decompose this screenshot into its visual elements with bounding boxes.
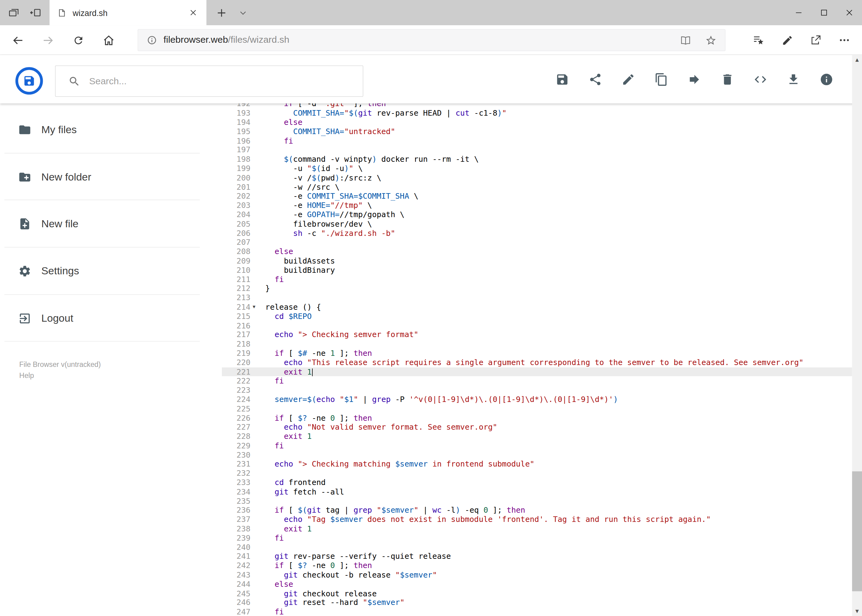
new-tab-button[interactable] bbox=[211, 2, 232, 23]
save-button[interactable] bbox=[546, 67, 578, 91]
code-line[interactable]: 235 bbox=[222, 497, 852, 506]
code-line[interactable]: 197 bbox=[222, 146, 852, 155]
code-line[interactable]: 206 sh -c "./wizard.sh -b" bbox=[222, 228, 852, 238]
minimize-button[interactable] bbox=[786, 0, 811, 25]
sidebar-item-settings[interactable]: Settings bbox=[0, 248, 222, 295]
tab-preview-chevron-button[interactable] bbox=[233, 2, 252, 23]
forward-button[interactable] bbox=[36, 28, 60, 52]
code-line[interactable]: 192 if [ -d ".git" ]; then bbox=[222, 103, 852, 108]
sidebar-item-new-folder[interactable]: New folder bbox=[0, 153, 222, 200]
move-button[interactable] bbox=[678, 67, 711, 91]
code-line[interactable]: 237 echo "Tag $semver does not exist in … bbox=[222, 515, 852, 524]
url-text[interactable]: filebrowser.web/files/wizard.sh bbox=[164, 35, 289, 46]
code-line[interactable]: 217 echo "> Checking semver format" bbox=[222, 330, 852, 339]
tabs-preview-button[interactable] bbox=[3, 2, 24, 23]
code-line[interactable]: 205 filebrowser/dev \ bbox=[222, 219, 852, 228]
code-line[interactable]: 203 -e HOME="//tmp" \ bbox=[222, 201, 852, 210]
copy-button[interactable] bbox=[645, 67, 678, 91]
code-line[interactable]: 236 if [ $(git tag | grep "$semver" | wc… bbox=[222, 506, 852, 515]
code-line[interactable]: 229 fi bbox=[222, 441, 852, 450]
scrollbar-thumb[interactable] bbox=[852, 471, 862, 591]
close-window-button[interactable] bbox=[837, 0, 862, 25]
code-line[interactable]: 218 bbox=[222, 339, 852, 349]
share-page-button[interactable] bbox=[801, 28, 830, 52]
code-editor[interactable]: 192 if [ -d ".git" ]; then193 COMMIT_SHA… bbox=[222, 103, 852, 616]
back-button[interactable] bbox=[6, 28, 30, 52]
page-info-button[interactable] bbox=[144, 32, 160, 49]
code-line[interactable]: 216 bbox=[222, 321, 852, 330]
code-line[interactable]: 194 else bbox=[222, 118, 852, 127]
code-line[interactable]: 234 git fetch --all bbox=[222, 487, 852, 497]
edit-button[interactable] bbox=[611, 67, 645, 91]
search-input[interactable] bbox=[89, 75, 363, 87]
reading-view-button[interactable] bbox=[678, 32, 693, 49]
code-line[interactable]: 195 COMMIT_SHA="untracked" bbox=[222, 127, 852, 136]
code-line[interactable]: 196 fi bbox=[222, 136, 852, 146]
code-line[interactable]: 199 -u "$(id -u)" \ bbox=[222, 164, 852, 173]
code-line[interactable]: 214▾release () { bbox=[222, 303, 852, 312]
code-line[interactable]: 243 git checkout -b release "$semver" bbox=[222, 570, 852, 580]
code-line[interactable]: 223 bbox=[222, 386, 852, 395]
code-line[interactable]: 219 if [ $# -ne 1 ]; then bbox=[222, 349, 852, 358]
code-line[interactable]: 208 else bbox=[222, 247, 852, 256]
code-line[interactable]: 230 bbox=[222, 450, 852, 459]
browser-tab-active[interactable]: wizard.sh bbox=[50, 0, 206, 25]
refresh-button[interactable] bbox=[66, 28, 90, 52]
code-line[interactable]: 242 if [ $? -ne 0 ]; then bbox=[222, 561, 852, 570]
code-line[interactable]: 239 fi bbox=[222, 533, 852, 542]
filebrowser-logo[interactable] bbox=[15, 66, 43, 95]
code-line[interactable]: 240 bbox=[222, 543, 852, 552]
code-line[interactable]: 245 git checkout release bbox=[222, 589, 852, 598]
scroll-down-arrow[interactable]: ▼ bbox=[852, 607, 862, 616]
home-button[interactable] bbox=[96, 28, 121, 52]
fold-marker-icon[interactable]: ▾ bbox=[253, 303, 255, 312]
code-line[interactable]: 198 $(command -v winpty) docker run --rm… bbox=[222, 155, 852, 164]
web-note-button[interactable] bbox=[773, 28, 801, 52]
code-line[interactable]: 202 -e COMMIT_SHA=$COMMIT_SHA \ bbox=[222, 192, 852, 201]
code-line[interactable]: 222 fi bbox=[222, 376, 852, 386]
code-line[interactable]: 215 cd $REPO bbox=[222, 312, 852, 321]
download-button[interactable] bbox=[777, 67, 810, 91]
code-button[interactable] bbox=[744, 67, 777, 91]
sidebar-item-my-files[interactable]: My files bbox=[0, 106, 222, 153]
code-line[interactable]: 193 COMMIT_SHA="$(git rev-parse HEAD | c… bbox=[222, 108, 852, 118]
code-line[interactable]: 244 else bbox=[222, 580, 852, 589]
code-line[interactable]: 211 fi bbox=[222, 275, 852, 284]
code-line[interactable]: 224 semver=$(echo "$1" | grep -P '^v(0|[… bbox=[222, 395, 852, 404]
code-line[interactable]: 231 echo "> Checking matching $semver in… bbox=[222, 459, 852, 469]
code-line[interactable]: 228 exit 1 bbox=[222, 432, 852, 441]
code-line[interactable]: 209 buildAssets bbox=[222, 256, 852, 266]
maximize-button[interactable] bbox=[811, 0, 837, 25]
help-link[interactable]: Help bbox=[19, 370, 34, 381]
search-box[interactable] bbox=[55, 66, 364, 97]
code-line[interactable]: 233 cd frontend bbox=[222, 478, 852, 487]
code-line[interactable]: 213 bbox=[222, 293, 852, 302]
delete-button[interactable] bbox=[711, 67, 744, 91]
code-line[interactable]: 232 bbox=[222, 469, 852, 478]
code-line[interactable]: 200 -v /$(pwd):/src:z \ bbox=[222, 173, 852, 182]
code-line[interactable]: 204 -e GOPATH=//tmp/gopath \ bbox=[222, 210, 852, 219]
url-box[interactable]: filebrowser.web/files/wizard.sh bbox=[137, 29, 725, 51]
code-line[interactable]: 225 bbox=[222, 404, 852, 413]
sidebar-item-logout[interactable]: Logout bbox=[0, 295, 222, 342]
code-line[interactable]: 220 echo "This release script requires a… bbox=[222, 358, 852, 367]
add-favorite-button[interactable] bbox=[703, 32, 718, 49]
scroll-up-arrow[interactable]: ▲ bbox=[852, 55, 862, 64]
code-line[interactable]: 212} bbox=[222, 284, 852, 293]
tab-close-button[interactable] bbox=[186, 5, 201, 20]
code-line[interactable]: 201 -w //src \ bbox=[222, 182, 852, 192]
set-tabs-aside-button[interactable] bbox=[25, 2, 46, 23]
code-line[interactable]: 210 buildBinary bbox=[222, 266, 852, 275]
info-button[interactable] bbox=[810, 67, 843, 91]
code-line[interactable]: 221 exit 1 bbox=[222, 367, 852, 376]
sidebar-item-new-file[interactable]: New file bbox=[0, 201, 222, 248]
code-line[interactable]: 247 fi bbox=[222, 607, 852, 616]
code-line[interactable]: 246 git reset --hard "$semver" bbox=[222, 598, 852, 607]
code-line[interactable]: 238 exit 1 bbox=[222, 524, 852, 533]
share-button[interactable] bbox=[578, 67, 611, 91]
code-line[interactable]: 207 bbox=[222, 238, 852, 247]
code-line[interactable]: 241 git rev-parse --verify --quiet relea… bbox=[222, 552, 852, 561]
more-settings-button[interactable] bbox=[830, 28, 859, 52]
favorites-hub-button[interactable] bbox=[744, 28, 773, 52]
page-scrollbar[interactable]: ▲ ▼ bbox=[852, 55, 862, 616]
